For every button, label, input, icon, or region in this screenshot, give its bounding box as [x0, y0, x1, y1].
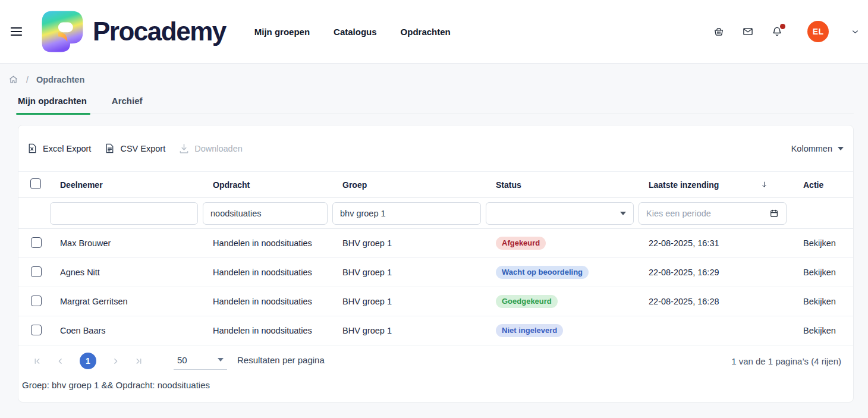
- header-opdracht[interactable]: Opdracht: [200, 180, 330, 190]
- page-size-select[interactable]: 50: [174, 353, 227, 370]
- header-groep[interactable]: Groep: [330, 180, 483, 190]
- table-toolbar: Excel Export CSV Export Downloaden Kolom…: [18, 125, 853, 171]
- table-row: Agnes Nitt Handelen in noodsituaties BHV…: [18, 258, 853, 287]
- cell-laatste-inzending: 22-08-2025, 16:28: [636, 297, 789, 306]
- row-checkbox[interactable]: [31, 237, 42, 248]
- bekijken-link[interactable]: Bekijken: [803, 297, 836, 306]
- select-all-checkbox[interactable]: [30, 178, 41, 189]
- first-page-icon[interactable]: [33, 357, 41, 365]
- table-row: Coen Baars Handelen in noodsituaties BHV…: [18, 316, 853, 345]
- table-body: Max Brouwer Handelen in noodsituaties BH…: [18, 229, 853, 345]
- filter-opdracht-input[interactable]: [203, 202, 328, 225]
- bekijken-link[interactable]: Bekijken: [803, 238, 836, 248]
- columns-label: Kolommen: [791, 144, 832, 153]
- download-button[interactable]: Downloaden: [178, 143, 243, 154]
- bekijken-link[interactable]: Bekijken: [803, 326, 836, 335]
- cell-status: Goedgekeurd: [483, 295, 636, 308]
- filter-groep-input[interactable]: [332, 202, 481, 225]
- next-page-icon[interactable]: [112, 357, 119, 365]
- caret-down-icon: [838, 147, 844, 150]
- nav-mijn-groepen[interactable]: Mijn groepen: [254, 27, 310, 37]
- cell-laatste-inzending: 22-08-2025, 16:29: [636, 268, 789, 277]
- tab-archief[interactable]: Archief: [112, 96, 144, 114]
- excel-file-icon: [27, 143, 38, 154]
- row-checkbox[interactable]: [31, 296, 42, 306]
- table-row: Max Brouwer Handelen in noodsituaties BH…: [18, 229, 853, 258]
- filter-periode-datepicker[interactable]: Kies een periode: [639, 202, 787, 225]
- nav-catalogus[interactable]: Catalogus: [334, 27, 377, 37]
- excel-export-label: Excel Export: [43, 144, 91, 153]
- caret-down-icon: [620, 212, 626, 215]
- breadcrumb: / Opdrachten: [0, 64, 868, 86]
- excel-export-button[interactable]: Excel Export: [27, 143, 91, 154]
- menu-icon[interactable]: [10, 24, 24, 39]
- nav-opdrachten[interactable]: Opdrachten: [401, 27, 451, 37]
- caret-down-icon: [218, 358, 224, 362]
- tab-mijn-opdrachten[interactable]: Mijn opdrachten: [18, 96, 89, 114]
- table-header-row: Deelnemer Opdracht Groep Status Laatste …: [18, 171, 853, 198]
- table-filter-row: Kies een periode: [18, 198, 853, 229]
- cell-deelnemer: Coen Baars: [48, 326, 200, 335]
- cell-opdracht: Handelen in noodsituaties: [200, 297, 330, 306]
- header-laatste-inzending-label: Laatste inzending: [649, 180, 719, 190]
- cell-groep: BHV groep 1: [330, 326, 483, 335]
- breadcrumb-separator: /: [26, 75, 29, 84]
- mail-icon[interactable]: [742, 26, 754, 37]
- row-checkbox[interactable]: [31, 266, 42, 277]
- basket-icon[interactable]: [713, 26, 725, 37]
- cell-groep: BHV groep 1: [330, 238, 483, 248]
- columns-dropdown[interactable]: Kolommen: [791, 144, 844, 153]
- table-row: Margrat Gerritsen Handelen in noodsituat…: [18, 287, 853, 316]
- filter-deelnemer-input[interactable]: [50, 202, 198, 225]
- cell-deelnemer: Agnes Nitt: [48, 268, 200, 277]
- header-status[interactable]: Status: [483, 180, 636, 190]
- brand-wordmark: Procademy: [93, 18, 226, 45]
- header-laatste-inzending[interactable]: Laatste inzending: [636, 180, 789, 190]
- opdrachten-card: Excel Export CSV Export Downloaden Kolom…: [18, 125, 854, 403]
- periode-placeholder: Kies een periode: [646, 209, 711, 218]
- header-deelnemer[interactable]: Deelnemer: [48, 180, 200, 190]
- cell-opdracht: Handelen in noodsituaties: [200, 326, 330, 335]
- pagination-summary: 1 van de 1 pagina’s (4 rijen): [731, 356, 841, 366]
- per-page-label: Resultaten per pagina: [237, 355, 325, 365]
- status-badge: Wacht op beoordeling: [496, 266, 589, 279]
- download-icon: [178, 143, 190, 154]
- page-size-value: 50: [177, 355, 187, 365]
- current-page-button[interactable]: 1: [80, 353, 96, 369]
- csv-file-icon: [104, 143, 115, 154]
- bell-icon[interactable]: [771, 26, 783, 37]
- cell-status: Afgekeurd: [483, 237, 636, 250]
- cell-groep: BHV groep 1: [330, 297, 483, 306]
- cell-laatste-inzending: 22-08-2025, 16:31: [636, 238, 789, 248]
- active-filter-summary: Groep: bhv groep 1 && Opdracht: noodsitu…: [18, 376, 853, 402]
- chevron-down-icon[interactable]: [851, 27, 860, 36]
- pagination: 1 50 Resultaten per pagina 1 van de 1 pa…: [18, 345, 853, 376]
- cell-deelnemer: Max Brouwer: [48, 238, 200, 248]
- cell-opdracht: Handelen in noodsituaties: [200, 238, 330, 248]
- cell-deelnemer: Margrat Gerritsen: [48, 297, 200, 306]
- status-badge: Afgekeurd: [496, 237, 546, 250]
- cell-status: Wacht op beoordeling: [483, 266, 636, 279]
- home-icon[interactable]: [8, 74, 18, 84]
- header-actions: EL: [713, 21, 860, 42]
- procademy-logo-icon[interactable]: [40, 9, 85, 54]
- user-avatar[interactable]: EL: [807, 21, 829, 42]
- csv-export-label: CSV Export: [120, 144, 165, 153]
- cell-status: Niet ingeleverd: [483, 324, 636, 337]
- sort-desc-icon[interactable]: [760, 180, 769, 189]
- notification-dot: [780, 24, 785, 29]
- calendar-icon: [769, 209, 779, 218]
- prev-page-icon[interactable]: [56, 357, 64, 365]
- header-actie: Actie: [789, 180, 853, 190]
- tabs: Mijn opdrachten Archief: [18, 96, 854, 114]
- download-label: Downloaden: [194, 144, 243, 153]
- filter-status-select[interactable]: [486, 202, 634, 225]
- row-checkbox[interactable]: [31, 325, 42, 335]
- bekijken-link[interactable]: Bekijken: [803, 268, 836, 277]
- cell-opdracht: Handelen in noodsituaties: [200, 268, 330, 277]
- main-nav: Mijn groepen Catalogus Opdrachten: [254, 27, 451, 37]
- cell-groep: BHV groep 1: [330, 268, 483, 277]
- status-badge: Niet ingeleverd: [496, 324, 563, 337]
- last-page-icon[interactable]: [135, 357, 143, 365]
- csv-export-button[interactable]: CSV Export: [104, 143, 165, 154]
